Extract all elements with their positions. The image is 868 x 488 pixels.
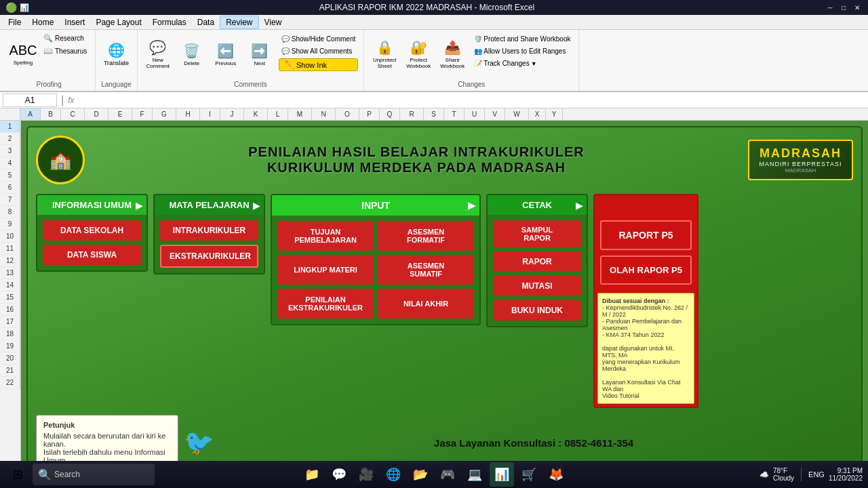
col-I[interactable]: I bbox=[200, 108, 220, 120]
delete-comment-button[interactable]: 🗑️ Delete bbox=[177, 33, 207, 76]
data-siswa-button[interactable]: DATA SISWA bbox=[43, 245, 141, 265]
row-9: 9 bbox=[0, 218, 20, 230]
menu-view[interactable]: View bbox=[259, 16, 288, 28]
taskbar-pc[interactable]: 💻 bbox=[462, 462, 487, 487]
menu-formulas[interactable]: Formulas bbox=[147, 16, 192, 28]
thesaurus-button[interactable]: 📖Thesaurus bbox=[41, 45, 90, 57]
col-B[interactable]: B bbox=[41, 108, 61, 120]
ekstrakurikuler-button[interactable]: EKSTRAKURIKULER bbox=[160, 245, 258, 268]
taskbar-game[interactable]: 🎮 bbox=[435, 462, 460, 487]
raport-section: RAPORT P5 OLAH RAPOR P5 Dibuat sesuai de… bbox=[593, 194, 698, 408]
spelling-button[interactable]: ABC Spelling bbox=[8, 33, 38, 76]
close-button[interactable]: ✕ bbox=[852, 2, 863, 13]
main-title-line2: KURIKULUM MERDEKA PADA MADRASAH bbox=[96, 160, 737, 176]
col-U[interactable]: U bbox=[465, 108, 485, 120]
nilai-akhir-button[interactable]: NILAI AKHIR bbox=[378, 289, 474, 319]
taskbar-store[interactable]: 🛒 bbox=[517, 462, 541, 487]
penilaian-ekstra-button[interactable]: PENILAIANEKSTRAKURIKULER bbox=[277, 289, 374, 319]
taskbar-search[interactable]: Search bbox=[54, 470, 80, 479]
share-workbook-button[interactable]: 📤 ShareWorkbook bbox=[437, 33, 467, 76]
row-6: 6 bbox=[0, 182, 20, 194]
new-comment-button[interactable]: 💬 NewComment bbox=[143, 33, 173, 76]
col-C[interactable]: C bbox=[61, 108, 85, 120]
translate-button[interactable]: 🌐 Translate bbox=[102, 33, 132, 76]
col-N[interactable]: N bbox=[312, 108, 336, 120]
col-X[interactable]: X bbox=[529, 108, 546, 120]
col-V[interactable]: V bbox=[485, 108, 505, 120]
research-button[interactable]: 🔍Research bbox=[41, 33, 90, 44]
row-21: 21 bbox=[0, 365, 20, 377]
col-L[interactable]: L bbox=[268, 108, 288, 120]
menu-home[interactable]: Home bbox=[26, 16, 59, 28]
col-M[interactable]: M bbox=[288, 108, 312, 120]
rapor-button[interactable]: RAPOR bbox=[493, 251, 581, 272]
protect-workbook-button[interactable]: 🔐 ProtectWorkbook bbox=[403, 33, 433, 76]
col-D[interactable]: D bbox=[85, 108, 108, 120]
col-O[interactable]: O bbox=[336, 108, 359, 120]
lingkup-materi-button[interactable]: LINGKUP MATERI bbox=[277, 255, 374, 285]
col-A[interactable]: A bbox=[20, 108, 41, 120]
asesmen-formatif-button[interactable]: ASESMENFORMATIF bbox=[378, 221, 474, 251]
taskbar-excel[interactable]: 📊 bbox=[490, 462, 514, 487]
col-Q[interactable]: Q bbox=[380, 108, 400, 120]
row-5: 5 bbox=[0, 169, 20, 182]
tujuan-pembelajaran-button[interactable]: TUJUANPEMBELAJARAN bbox=[277, 221, 374, 251]
col-J[interactable]: J bbox=[220, 108, 244, 120]
start-button[interactable]: ⊞ bbox=[5, 462, 30, 487]
show-all-comments-button[interactable]: 💬Show All Comments bbox=[279, 46, 358, 56]
row-3: 3 bbox=[0, 145, 20, 157]
protect-share-button[interactable]: 🛡️Protect and Share Workbook bbox=[471, 34, 573, 44]
col-R[interactable]: R bbox=[400, 108, 424, 120]
col-Y[interactable]: Y bbox=[546, 108, 563, 120]
main-title-line1: PENILAIAN HASIL BELAJAR INTRAKURIKULER bbox=[96, 144, 737, 160]
minimize-button[interactable]: ─ bbox=[825, 2, 835, 13]
sampul-rapor-button[interactable]: SAMPULRAPOR bbox=[493, 220, 581, 247]
previous-comment-button[interactable]: ⬅️ Previous bbox=[211, 33, 241, 76]
col-S[interactable]: S bbox=[424, 108, 444, 120]
menu-file[interactable]: File bbox=[3, 16, 26, 28]
data-sekolah-button[interactable]: DATA SEKOLAH bbox=[43, 220, 141, 241]
taskbar-video[interactable]: 🎥 bbox=[354, 462, 378, 487]
row-18: 18 bbox=[0, 328, 20, 340]
taskbar-files[interactable]: 📁 bbox=[300, 462, 324, 487]
taskbar-chat[interactable]: 💬 bbox=[327, 462, 351, 487]
intrakurikuler-button[interactable]: INTRAKURIKULER bbox=[160, 220, 258, 241]
grid-content[interactable]: 🏫 PENILAIAN HASIL BELAJAR INTRAKURIKULER… bbox=[20, 121, 868, 485]
olah-rapor-p5-button[interactable]: OLAH RAPOR P5 bbox=[600, 256, 692, 285]
info-section: INFORMASI UMUM ▶ DATA SEKOLAH DATA SISWA bbox=[36, 194, 148, 272]
mutasi-button[interactable]: MUTASI bbox=[493, 276, 581, 296]
menu-data[interactable]: Data bbox=[192, 16, 220, 28]
col-E[interactable]: E bbox=[108, 108, 132, 120]
allow-users-button[interactable]: 👥Allow Users to Edit Ranges bbox=[471, 46, 573, 56]
row-11: 11 bbox=[0, 243, 20, 255]
date: 11/20/2022 bbox=[829, 474, 863, 482]
ribbon-proofing-group: ABC Spelling 🔍Research 📖Thesaurus Proofi… bbox=[3, 30, 96, 91]
info-header: INFORMASI UMUM bbox=[52, 200, 132, 210]
unprotect-sheet-button[interactable]: 🔒 UnprotectSheet bbox=[370, 33, 399, 76]
track-changes-button[interactable]: 📝Track Changes▼ bbox=[471, 58, 573, 68]
col-H[interactable]: H bbox=[176, 108, 200, 120]
col-W[interactable]: W bbox=[505, 108, 529, 120]
menu-bar: File Home Insert Page Layout Formulas Da… bbox=[0, 15, 868, 30]
menu-review[interactable]: Review bbox=[220, 16, 258, 29]
taskbar-explorer[interactable]: 📂 bbox=[408, 462, 433, 487]
col-G[interactable]: G bbox=[153, 108, 176, 120]
taskbar-edge[interactable]: 🌐 bbox=[381, 462, 406, 487]
column-headers: A B C D E F G H I J K L M N O P Q R S T … bbox=[0, 108, 868, 121]
col-P[interactable]: P bbox=[359, 108, 380, 120]
col-T[interactable]: T bbox=[444, 108, 465, 120]
show-hide-comment-button[interactable]: 💬Show/Hide Comment bbox=[279, 34, 358, 44]
menu-insert[interactable]: Insert bbox=[59, 16, 90, 28]
maximize-button[interactable]: □ bbox=[838, 2, 849, 13]
next-comment-button[interactable]: ➡️ Next bbox=[245, 33, 275, 76]
show-ink-button[interactable]: ✏️Show Ink bbox=[279, 58, 358, 71]
buku-induk-button[interactable]: BUKU INDUK bbox=[493, 300, 581, 321]
raport-p5-button[interactable]: RAPORT P5 bbox=[600, 220, 692, 250]
taskbar-firefox[interactable]: 🦊 bbox=[544, 462, 568, 487]
col-F[interactable]: F bbox=[132, 108, 153, 120]
asesmen-sumatif-button[interactable]: ASESMENSUMATIF bbox=[378, 255, 474, 285]
formula-input[interactable] bbox=[77, 94, 866, 107]
menu-page-layout[interactable]: Page Layout bbox=[90, 16, 146, 28]
col-K[interactable]: K bbox=[244, 108, 268, 120]
cell-reference[interactable] bbox=[3, 94, 57, 107]
